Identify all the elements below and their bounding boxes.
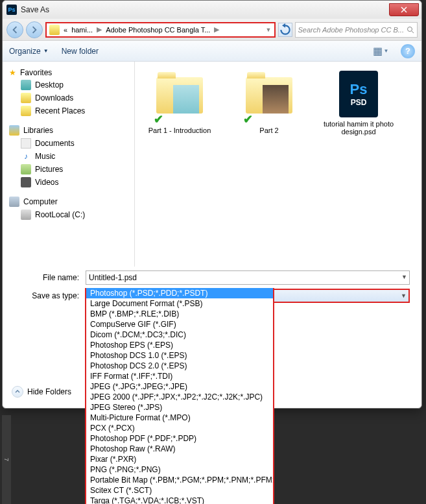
sidebar-item-documents[interactable]: Documents: [3, 137, 134, 150]
music-icon: ♪: [21, 151, 31, 162]
close-button[interactable]: [389, 3, 419, 16]
sidebar-favorites[interactable]: ★Favorites: [3, 67, 134, 78]
back-button[interactable]: [6, 21, 23, 38]
breadcrumb-2[interactable]: Adobe Photoshop CC Bangla T...: [106, 26, 210, 34]
folder-icon: [49, 25, 60, 35]
item-label: Part 2: [233, 126, 305, 134]
format-option[interactable]: Photoshop (*.PSD;*.PDD;*.PSDT): [86, 288, 273, 298]
toolbar: Organize▼ New folder ▦▼ ?: [3, 41, 421, 62]
format-option[interactable]: Large Document Format (*.PSB): [86, 298, 273, 309]
sidebar: ★Favorites Desktop Downloads Recent Plac…: [3, 62, 135, 267]
type-label: Save as type:: [14, 291, 86, 300]
star-icon: ★: [9, 68, 16, 77]
item-label: Part 1 - Introduction: [144, 126, 215, 134]
list-item[interactable]: ✔ Part 2: [233, 71, 305, 134]
format-option[interactable]: CompuServe GIF (*.GIF): [86, 319, 273, 330]
refresh-button[interactable]: [278, 23, 292, 37]
list-item[interactable]: ✔ Part 1 - Introduction: [144, 71, 215, 134]
format-option[interactable]: JPEG Stereo (*.JPS): [86, 402, 273, 413]
documents-icon: [21, 138, 31, 149]
format-option[interactable]: Photoshop DCS 2.0 (*.EPS): [86, 361, 273, 371]
format-option[interactable]: Targa (*.TGA;*.VDA;*.ICB;*.VST): [86, 496, 273, 504]
address-bar[interactable]: « hami... ▶ Adobe Photoshop CC Bangla T.…: [45, 22, 276, 38]
ruler: 7: [2, 415, 11, 504]
sidebar-computer[interactable]: Computer: [3, 195, 134, 208]
format-option[interactable]: JPEG (*.JPG;*.JPEG;*.JPE): [86, 381, 273, 392]
sidebar-item-videos[interactable]: Videos: [3, 176, 134, 189]
forward-button[interactable]: [26, 21, 43, 38]
search-icon: [407, 26, 414, 34]
format-option[interactable]: IFF Format (*.IFF;*.TDI): [86, 371, 273, 381]
sidebar-item-recent[interactable]: Recent Places: [3, 104, 134, 117]
desktop-icon: [21, 80, 31, 90]
filename-input[interactable]: [89, 273, 407, 282]
chevron-right-icon: ▶: [214, 25, 219, 34]
sidebar-item-rootlocal[interactable]: RootLocal (C:): [3, 208, 134, 221]
format-option[interactable]: Scitex CT (*.SCT): [86, 485, 273, 496]
view-options-button[interactable]: ▦▼: [373, 44, 388, 58]
chevron-down-icon[interactable]: ▼: [401, 293, 407, 299]
check-icon: ✔: [154, 112, 163, 126]
photoshop-icon: Ps: [6, 5, 17, 15]
downloads-icon: [21, 93, 31, 103]
nav-bar: « hami... ▶ Adobe Photoshop CC Bangla T.…: [3, 19, 421, 41]
close-icon: [401, 6, 407, 13]
breadcrumb-1[interactable]: hami...: [71, 26, 93, 34]
hide-folders-button[interactable]: Hide Folders: [12, 386, 71, 398]
format-option[interactable]: Pixar (*.PXR): [86, 454, 273, 464]
sidebar-item-downloads[interactable]: Downloads: [3, 91, 134, 104]
drive-icon: [21, 210, 31, 220]
pictures-icon: [21, 164, 31, 174]
help-button[interactable]: ?: [401, 44, 415, 58]
format-option[interactable]: PNG (*.PNG;*.PNG): [86, 464, 273, 475]
sidebar-item-music[interactable]: ♪Music: [3, 150, 134, 163]
chevron-up-icon: [12, 386, 23, 398]
chevron-down-icon[interactable]: ▼: [266, 27, 272, 33]
format-option[interactable]: JPEG 2000 (*.JPF;*.JPX;*.JP2;*.J2C;*.J2K…: [86, 392, 273, 402]
list-item[interactable]: PsPSD tutorial hamim it photo design.psd: [323, 71, 394, 136]
recent-icon: [21, 106, 31, 116]
item-label: tutorial hamim it photo design.psd: [323, 120, 394, 136]
organize-button[interactable]: Organize▼: [9, 47, 49, 56]
sidebar-item-desktop[interactable]: Desktop: [3, 78, 134, 91]
format-option[interactable]: Dicom (*.DCM;*.DC3;*.DIC): [86, 330, 273, 340]
path-prefix: «: [64, 26, 67, 34]
chevron-down-icon: ▼: [43, 48, 49, 54]
type-dropdown[interactable]: Photoshop (*.PSD;*.PDD;*.PSDT)Large Docu…: [85, 288, 274, 504]
libraries-icon: [9, 125, 19, 136]
videos-icon: [21, 177, 31, 187]
filename-field[interactable]: ▼: [86, 270, 410, 285]
titlebar: Ps Save As: [3, 1, 421, 19]
format-option[interactable]: Photoshop Raw (*.RAW): [86, 444, 273, 454]
computer-icon: [9, 197, 19, 207]
file-list[interactable]: ✔ Part 1 - Introduction ✔ Part 2 PsPSD t…: [135, 62, 421, 267]
format-option[interactable]: Multi-Picture Format (*.MPO): [86, 413, 273, 423]
new-folder-button[interactable]: New folder: [62, 47, 99, 56]
filename-label: File name:: [14, 273, 86, 282]
format-option[interactable]: PCX (*.PCX): [86, 423, 273, 433]
sidebar-item-pictures[interactable]: Pictures: [3, 163, 134, 176]
sidebar-libraries[interactable]: Libraries: [3, 124, 134, 137]
chevron-right-icon: ▶: [97, 25, 102, 34]
chevron-down-icon[interactable]: ▼: [401, 274, 407, 280]
search-placeholder: Search Adobe Photoshop CC B...: [298, 26, 404, 34]
svg-point-0: [408, 27, 412, 31]
window-title: Save As: [21, 5, 49, 14]
format-option[interactable]: Photoshop PDF (*.PDF;*.PDP): [86, 433, 273, 444]
search-input[interactable]: Search Adobe Photoshop CC B...: [295, 22, 418, 38]
check-icon: ✔: [243, 112, 253, 126]
format-option[interactable]: Photoshop DCS 1.0 (*.EPS): [86, 350, 273, 361]
format-option[interactable]: Portable Bit Map (*.PBM;*.PGM;*.PPM;*.PN…: [86, 475, 273, 485]
format-option[interactable]: BMP (*.BMP;*.RLE;*.DIB): [86, 309, 273, 319]
format-option[interactable]: Photoshop EPS (*.EPS): [86, 340, 273, 350]
